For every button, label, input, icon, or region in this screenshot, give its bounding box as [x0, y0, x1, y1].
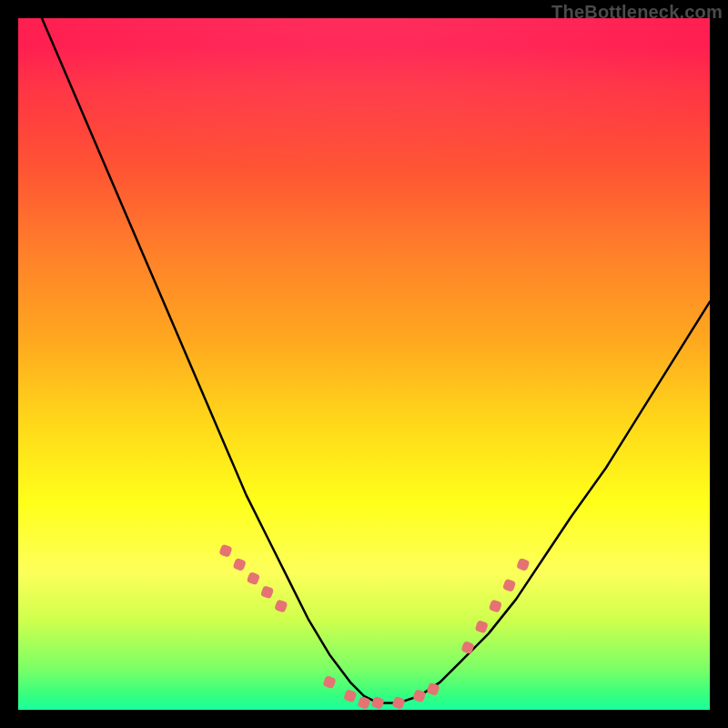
marker-point: [218, 544, 232, 558]
marker-point: [274, 599, 288, 612]
chart-frame: [18, 18, 710, 710]
bottleneck-curve: [18, 0, 710, 703]
marker-point: [412, 689, 426, 703]
marker-point: [489, 599, 502, 612]
marker-point: [475, 620, 489, 633]
marker-point: [516, 558, 530, 571]
marker-point: [460, 641, 474, 654]
marker-point: [343, 689, 357, 703]
marker-point: [391, 696, 405, 710]
marker-point: [502, 579, 516, 592]
chart-svg: [18, 18, 710, 710]
marker-point: [322, 675, 336, 689]
marker-point: [247, 571, 260, 585]
watermark-text: TheBottleneck.com: [551, 2, 723, 23]
highlight-markers: [218, 544, 530, 711]
marker-point: [233, 558, 247, 571]
marker-point: [260, 585, 274, 599]
marker-point: [371, 696, 385, 710]
